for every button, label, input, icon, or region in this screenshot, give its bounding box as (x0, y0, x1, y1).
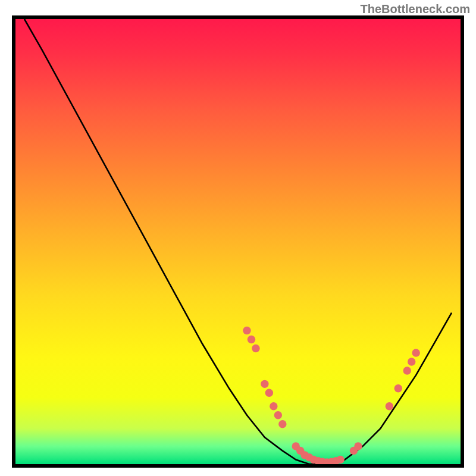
curve-marker (274, 411, 282, 419)
curve-marker (252, 345, 259, 352)
curve-marker (386, 402, 393, 410)
curve-marker (265, 389, 273, 397)
curve-marker (261, 380, 268, 388)
curve-marker (354, 442, 362, 450)
chart-container: TheBottleneck.com (0, 0, 476, 476)
curve-marker (270, 402, 277, 410)
curve-marker (403, 367, 411, 374)
curve-marker (412, 349, 419, 356)
curve-marker (248, 336, 255, 343)
curve-marker (408, 358, 415, 365)
curve-markers (243, 327, 420, 464)
curve-marker (336, 456, 344, 464)
curve-marker (394, 384, 402, 392)
bottleneck-curve (24, 19, 452, 464)
curve-path (24, 19, 452, 464)
curve-marker (278, 420, 286, 428)
plot-frame (12, 15, 464, 468)
curve-layer (15, 19, 461, 464)
curve-marker (243, 327, 250, 334)
attribution-text: TheBottleneck.com (361, 2, 470, 16)
